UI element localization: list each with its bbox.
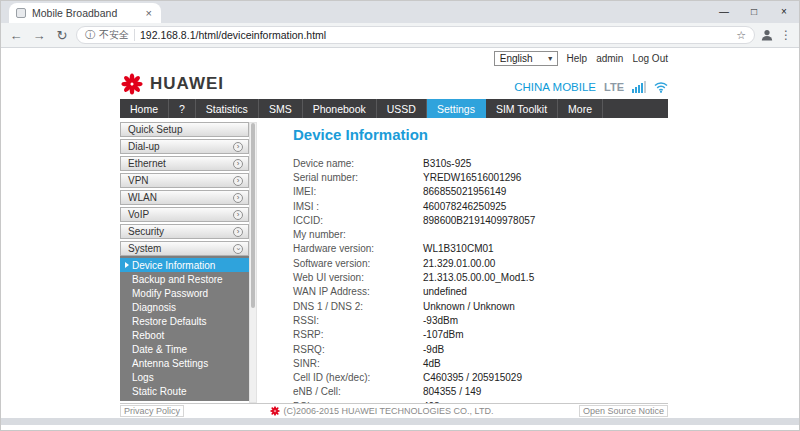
submenu-item-label: Logs [132,372,154,383]
submenu-item-label: Device Information [132,260,215,271]
field-value: undefined [423,286,467,297]
field-value: 866855021956149 [423,186,506,197]
submenu-item-device-information[interactable]: Device Information [120,258,249,272]
sidebar-item-label: WLAN [128,192,157,203]
privacy-policy-link[interactable]: Privacy Policy [120,405,184,417]
active-item-arrow-icon [125,262,129,268]
field-label: Software version: [293,258,423,269]
security-label: 不安全 [99,28,129,42]
field-value: -93dBm [423,315,458,326]
field-value: 21.313.05.00.00_Mod1.5 [423,272,534,283]
field-value: B310s-925 [423,158,471,169]
field-label: ICCID: [293,215,423,226]
nav-item-statistics[interactable]: Statistics [196,99,259,118]
submenu-item-reboot[interactable]: Reboot [120,328,249,342]
logout-link[interactable]: Log Out [632,53,668,64]
nav-item-home[interactable]: Home [120,99,169,118]
field-value: C460395 / 205915029 [423,372,522,383]
open-source-notice-link[interactable]: Open Source Notice [579,405,668,417]
chevron-right-icon: › [233,176,243,186]
window-maximize-button[interactable]: □ [739,1,769,23]
system-submenu: Device InformationBackup and RestoreModi… [120,256,249,401]
nav-item-more[interactable]: More [558,99,603,118]
language-select[interactable]: English ▼ [494,51,558,66]
window-minimize-button[interactable]: — [709,1,739,23]
address-separator [134,29,135,41]
sidebar-item-ethernet[interactable]: Ethernet› [120,156,249,171]
field-label: My number: [293,229,423,240]
help-link[interactable]: Help [567,53,588,64]
submenu-item-label: Backup and Restore [132,274,223,285]
sidebar-item-system[interactable]: System› [120,241,249,256]
sidebar-item-label: Quick Setup [128,124,182,135]
submenu-item-diagnosis[interactable]: Diagnosis [120,300,249,314]
submenu-item-antenna-settings[interactable]: Antenna Settings [120,356,249,370]
profile-avatar-icon[interactable] [760,28,774,42]
field-value: 4dB [423,358,441,369]
field-row-sinr: SINR:4dB [293,356,668,370]
sidebar-item-label: VoIP [128,209,149,220]
huawei-logo: HUAWEI [120,73,224,95]
tab-favicon-icon [16,8,26,18]
field-value: WL1B310CM01 [423,243,494,254]
field-row-cell-id-hex-dec: Cell ID (hex/dec):C460395 / 205915029 [293,370,668,384]
sidebar-item-security[interactable]: Security› [120,224,249,239]
sidebar-scrollbar[interactable] [249,122,257,403]
submenu-item-modify-password[interactable]: Modify Password [120,286,249,300]
field-label: Device name: [293,158,423,169]
tab-title: Mobile Broadband [32,7,144,19]
reload-icon[interactable]: ↻ [53,28,71,43]
field-label: Cell ID (hex/dec): [293,372,423,383]
nav-item-phonebook[interactable]: Phonebook [303,99,377,118]
submenu-item-label: Diagnosis [132,302,176,313]
forward-icon[interactable]: → [30,28,48,43]
nav-item-sim-toolkit[interactable]: SIM Toolkit [486,99,558,118]
address-bar[interactable]: ⓘ 不安全 192.168.8.1/html/deviceinformation… [76,26,755,44]
back-icon[interactable]: ← [7,28,25,43]
sidebar-item-wlan[interactable]: WLAN› [120,190,249,205]
brand-row: HUAWEI CHINA MOBILE LTE [120,66,668,99]
nav-item-settings[interactable]: Settings [427,99,486,118]
submenu-item-label: Restore Defaults [132,316,206,327]
field-label: RSSI: [293,315,423,326]
nav-item-ussd[interactable]: USSD [377,99,427,118]
tab-close-icon[interactable]: × [144,7,154,19]
field-label: RSRP: [293,329,423,340]
sidebar-item-voip[interactable]: VoIP› [120,207,249,222]
signal-strength-icon [632,81,646,93]
site-security-indicator[interactable]: ⓘ 不安全 [85,28,129,42]
submenu-item-backup-and-restore[interactable]: Backup and Restore [120,272,249,286]
sidebar-item-quick-setup[interactable]: Quick Setup [120,122,249,137]
signal-bar [641,83,643,93]
submenu-item-logs[interactable]: Logs [120,370,249,384]
nav-item-sms[interactable]: SMS [259,99,303,118]
sidebar-scrollbar-thumb[interactable] [251,123,255,308]
main-panel: Device Information Device name:B310s-925… [257,118,668,403]
language-value: English [500,53,533,64]
submenu-item-static-route[interactable]: Static Route [120,384,249,398]
field-label: Hardware version: [293,243,423,254]
field-label: IMEI: [293,186,423,197]
field-label: SINR: [293,358,423,369]
submenu-item-label: Reboot [132,330,164,341]
bookmark-star-icon[interactable]: ☆ [736,29,746,42]
field-row-rssi: RSSI:-93dBm [293,313,668,327]
url-text[interactable]: 192.168.8.1/html/deviceinformation.html [140,29,731,41]
field-row-dns-1-dns-2: DNS 1 / DNS 2:Unknown / Unknown [293,299,668,313]
window-close-button[interactable]: × [769,1,799,23]
field-label: eNB / Cell: [293,386,423,397]
submenu-item-date-time[interactable]: Date & Time [120,342,249,356]
submenu-item-restore-defaults[interactable]: Restore Defaults [120,314,249,328]
field-value: -107dBm [423,329,464,340]
field-value: YREDW16516001296 [423,172,521,183]
field-row-software-version: Software version:21.329.01.00.00 [293,256,668,270]
browser-menu-icon[interactable]: ⋮ [779,28,793,42]
nav-item-help[interactable]: ? [169,99,196,118]
field-value: Unknown / Unknown [423,301,515,312]
connection-status: CHINA MOBILE LTE [514,81,668,95]
sidebar-item-vpn[interactable]: VPN› [120,173,249,188]
field-label: IMSI : [293,201,423,212]
sidebar-item-dial-up[interactable]: Dial-up› [120,139,249,154]
browser-tab[interactable]: Mobile Broadband × [9,3,161,23]
network-type: LTE [604,81,624,93]
